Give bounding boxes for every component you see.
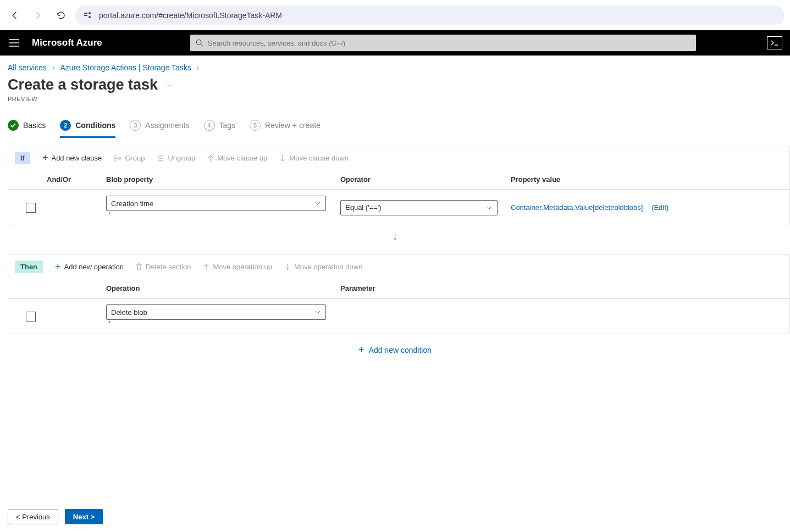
arrow-down-icon bbox=[284, 263, 291, 271]
clause-checkbox[interactable] bbox=[26, 203, 36, 213]
tab-review-create[interactable]: 5 Review + create bbox=[250, 115, 321, 138]
add-operation-button[interactable]: + Add new operation bbox=[55, 261, 124, 273]
col-blob-property: Blob property bbox=[106, 175, 340, 184]
col-operation: Operation bbox=[106, 284, 340, 292]
col-parameter: Parameter bbox=[340, 284, 511, 292]
forward-button[interactable] bbox=[29, 6, 47, 25]
svg-point-2 bbox=[89, 12, 91, 14]
then-toolbar: Then + Add new operation Delete section … bbox=[8, 255, 789, 279]
reload-icon bbox=[56, 10, 66, 20]
chevron-down-icon bbox=[486, 204, 493, 211]
tab-label: Conditions bbox=[75, 121, 115, 130]
arrow-up-icon bbox=[207, 154, 214, 162]
tab-label: Basics bbox=[23, 121, 46, 130]
plus-icon: + bbox=[358, 344, 364, 356]
operator-select[interactable]: Equal ('==') bbox=[340, 200, 498, 215]
tab-label: Assignments bbox=[145, 121, 189, 130]
breadcrumb-all-services[interactable]: All services bbox=[8, 63, 47, 72]
col-andor: And/Or bbox=[47, 175, 106, 184]
required-marker: * bbox=[108, 320, 111, 326]
clause-row: Creation time * Equal ('==') Container.M… bbox=[8, 190, 789, 225]
add-condition-row: + Add new condition bbox=[0, 334, 790, 365]
search-icon bbox=[196, 39, 203, 47]
step-number: 3 bbox=[130, 120, 141, 131]
add-clause-button[interactable]: + Add new clause bbox=[42, 152, 102, 164]
reload-button[interactable] bbox=[52, 6, 70, 25]
svg-rect-1 bbox=[84, 15, 87, 16]
ungroup-button[interactable]: Ungroup bbox=[157, 154, 195, 162]
then-panel: Then + Add new operation Delete section … bbox=[8, 254, 790, 334]
edit-value-link[interactable]: (Edit) bbox=[651, 203, 669, 212]
tab-basics[interactable]: Basics bbox=[8, 115, 46, 138]
property-value-link[interactable]: Container.Metadata.Value[deleteoldblobs] bbox=[511, 203, 643, 212]
operation-select[interactable]: Delete blob bbox=[106, 304, 326, 320]
url-bar[interactable]: portal.azure.com/#create/Microsoft.Stora… bbox=[75, 5, 785, 25]
then-columns-header: Operation Parameter bbox=[8, 279, 789, 298]
trash-icon bbox=[136, 263, 142, 271]
azure-top-bar: Microsoft Azure bbox=[0, 30, 790, 56]
step-number: 4 bbox=[204, 120, 215, 131]
if-panel: If + Add new clause Group Ungroup Move c… bbox=[8, 146, 790, 225]
tab-tags[interactable]: 4 Tags bbox=[204, 115, 236, 138]
site-info-icon[interactable] bbox=[82, 10, 93, 21]
ungroup-icon bbox=[157, 154, 164, 162]
group-button[interactable]: Group bbox=[114, 154, 145, 162]
arrow-up-icon bbox=[203, 263, 209, 271]
chevron-down-icon bbox=[314, 309, 321, 315]
cloud-shell-icon bbox=[770, 40, 779, 46]
col-operator: Operator bbox=[340, 175, 511, 184]
hamburger-menu[interactable] bbox=[8, 36, 21, 49]
preview-badge: PREVIEW bbox=[0, 95, 790, 112]
if-tag: If bbox=[15, 152, 30, 164]
operation-checkbox[interactable] bbox=[26, 312, 36, 322]
url-text: portal.azure.com/#create/Microsoft.Stora… bbox=[99, 11, 282, 20]
plus-icon: + bbox=[55, 261, 61, 273]
breadcrumb: All services › Azure Storage Actions | S… bbox=[0, 56, 790, 75]
search-input[interactable] bbox=[208, 39, 690, 47]
arrow-left-icon bbox=[10, 10, 20, 20]
svg-rect-0 bbox=[84, 13, 87, 14]
step-number: 5 bbox=[250, 120, 261, 131]
chevron-down-icon bbox=[314, 200, 321, 207]
hamburger-icon bbox=[9, 39, 19, 47]
title-row: Create a storage task ··· bbox=[0, 75, 790, 95]
svg-point-3 bbox=[89, 16, 91, 18]
group-icon bbox=[114, 154, 121, 162]
operation-row: Delete blob * bbox=[8, 298, 789, 334]
blob-property-select[interactable]: Creation time bbox=[106, 196, 326, 211]
chevron-right-icon: › bbox=[52, 63, 55, 72]
required-marker: * bbox=[108, 211, 111, 218]
more-actions-button[interactable]: ··· bbox=[165, 81, 172, 90]
tab-label: Tags bbox=[219, 121, 236, 130]
tab-assignments[interactable]: 3 Assignments bbox=[130, 115, 189, 138]
if-columns-header: And/Or Blob property Operator Property v… bbox=[8, 170, 789, 190]
page-title: Create a storage task bbox=[8, 76, 158, 93]
cloud-shell-button[interactable] bbox=[767, 36, 782, 49]
tab-label: Review + create bbox=[265, 121, 321, 130]
if-toolbar: If + Add new clause Group Ungroup Move c… bbox=[8, 146, 789, 170]
svg-point-4 bbox=[196, 40, 201, 45]
move-operation-up-button[interactable]: Move operation up bbox=[203, 263, 272, 271]
wizard-tabs: Basics 2 Conditions 3 Assignments 4 Tags… bbox=[0, 112, 790, 138]
back-button[interactable] bbox=[5, 6, 24, 25]
azure-logo[interactable]: Microsoft Azure bbox=[32, 37, 102, 48]
browser-bar: portal.azure.com/#create/Microsoft.Stora… bbox=[0, 0, 790, 30]
plus-icon: + bbox=[42, 152, 48, 164]
then-tag: Then bbox=[15, 261, 43, 273]
arrow-down-icon bbox=[279, 154, 286, 162]
arrow-right-icon bbox=[33, 10, 43, 20]
move-operation-down-button[interactable]: Move operation down bbox=[284, 263, 362, 271]
move-clause-down-button[interactable]: Move clause down bbox=[279, 154, 349, 162]
breadcrumb-storage-tasks[interactable]: Azure Storage Actions | Storage Tasks bbox=[60, 63, 191, 72]
delete-section-button[interactable]: Delete section bbox=[136, 263, 191, 271]
flow-arrow-down-icon: ↓ bbox=[0, 225, 790, 247]
check-icon bbox=[8, 120, 19, 131]
move-clause-up-button[interactable]: Move clause up bbox=[207, 154, 267, 162]
chevron-right-icon: › bbox=[197, 63, 200, 72]
add-condition-button[interactable]: + Add new condition bbox=[358, 344, 432, 356]
step-number: 2 bbox=[60, 120, 71, 131]
tab-conditions[interactable]: 2 Conditions bbox=[60, 115, 115, 138]
global-search[interactable] bbox=[190, 35, 696, 51]
col-property-value: Property value bbox=[511, 175, 783, 184]
